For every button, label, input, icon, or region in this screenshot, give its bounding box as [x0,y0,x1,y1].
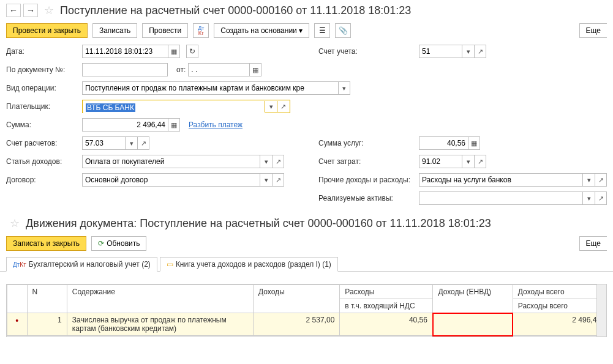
cell-income: 2 537,00 [254,313,340,336]
payer-input[interactable]: ВТБ СБ БАНК [86,103,135,112]
from-date-input[interactable] [188,63,249,76]
split-payment-link[interactable]: Разбить платеж [189,121,243,129]
col-n: N [27,285,67,313]
assets-open-icon[interactable]: ↗ [595,191,607,205]
from-label: от: [176,65,186,74]
col-income-total: Доходы всего [513,285,606,299]
row-svc-sum: Сумма услуг: ▦ [318,136,607,150]
settle-acct-input[interactable] [82,136,125,150]
table-header-row: N Содержание Доходы Расходы Доходы (ЕНВД… [7,285,606,299]
income-item-input[interactable] [82,155,260,168]
movements-tabs: ДтКтБухгалтерский и налоговый учет (2) ▭… [0,257,613,272]
row-contract: Договор: ▾ ↗ [6,173,306,187]
from-calendar-icon[interactable]: ▦ [249,63,261,76]
other-income-label: Прочие доходы и расходы: [318,176,416,184]
row-other-income: Прочие доходы и расходы: ▾ ↗ [318,173,607,187]
favorite-star-icon-2[interactable]: ☆ [10,217,20,230]
more-button[interactable]: Еще [579,23,607,38]
optype-input[interactable] [82,81,338,95]
settle-acct-dropdown-icon[interactable]: ▾ [125,136,137,150]
settle-acct-label: Счет расчетов: [6,139,80,147]
movements-more-button[interactable]: Еще [579,236,607,251]
tab-book[interactable]: ▭Книга учета доходов и расходов (раздел … [160,257,338,272]
row-payer: Плательщик: ВТБ СБ БАНК ▾ ↗ [6,99,607,114]
col-income: Доходы [254,285,340,313]
tree-icon-button[interactable]: ☰ [314,23,330,38]
toolbar: Провести и закрыть Записать Провести ДтК… [0,21,613,44]
post-and-close-button[interactable]: Провести и закрыть [6,23,88,38]
date-input[interactable] [82,45,168,58]
create-on-basis-button[interactable]: Создать на основании ▾ [214,23,309,38]
optype-label: Вид операции: [6,84,80,92]
account-dropdown-icon[interactable]: ▾ [462,45,474,58]
svc-sum-input[interactable] [419,136,468,150]
svc-sum-calc-icon[interactable]: ▦ [468,136,480,150]
movements-title: Движения документа: Поступление на расче… [26,217,491,230]
cost-acct-open-icon[interactable]: ↗ [474,155,486,168]
save-button[interactable]: Записать [92,23,137,38]
other-income-open-icon[interactable]: ↗ [595,173,607,187]
settle-acct-open-icon[interactable]: ↗ [137,136,149,150]
other-income-input[interactable] [419,173,582,187]
account-label: Счет учета: [318,47,416,56]
contract-open-icon[interactable]: ↗ [272,173,284,187]
payer-dropdown-icon[interactable]: ▾ [265,101,277,112]
account-open-icon[interactable]: ↗ [474,45,486,58]
row-account: Счет учета: ▾ ↗ [318,44,607,59]
income-item-label: Статья доходов: [6,157,80,166]
payer-label: Плательщик: [6,102,80,111]
row-optype: Вид операции: ▾ [6,81,607,95]
other-income-dropdown-icon[interactable]: ▾ [582,173,595,187]
row-assets: Реализуемые активы: ▾ ↗ [318,191,607,206]
bullet-icon: • [15,316,18,325]
calendar-icon[interactable]: ▦ [168,45,180,58]
assets-input[interactable] [419,191,582,205]
date-input-group: ▦ [82,45,180,58]
col-expense: Расходы [340,285,433,299]
page-title: Поступление на расчетный счет 0000-00016… [60,4,411,17]
post-button[interactable]: Провести [142,23,188,38]
contract-input[interactable] [82,173,260,187]
cost-acct-dropdown-icon[interactable]: ▾ [462,155,474,168]
income-item-open-icon[interactable]: ↗ [272,155,284,168]
col-vat: в т.ч. входящий НДС [340,299,433,313]
income-item-dropdown-icon[interactable]: ▾ [260,155,272,168]
save-and-close-button[interactable]: Записать и закрыть [6,236,86,251]
col-income-envd: Доходы (ЕНВД) [433,285,513,313]
tab-accounting[interactable]: ДтКтБухгалтерский и налоговый учет (2) [6,257,157,272]
assets-label: Реализуемые активы: [318,194,416,202]
favorite-star-icon[interactable]: ☆ [44,4,54,17]
payer-open-icon[interactable]: ↗ [277,101,289,112]
col-expense-total: Расходы всего [513,299,606,313]
cell-income-envd [433,313,513,336]
refresh-button[interactable]: ⟳Обновить [91,236,146,251]
movements-header-row: ☆ Движения документа: Поступление на рас… [0,213,613,234]
row-docnum: По документу №: от: ▦ [6,62,607,77]
optype-dropdown-icon[interactable]: ▾ [338,81,350,95]
row-income-item: Статья доходов: ▾ ↗ [6,154,306,169]
cell-income-total: 2 496,44 [513,313,606,336]
sum-input[interactable] [82,118,168,132]
contract-dropdown-icon[interactable]: ▾ [260,173,272,187]
forward-button[interactable]: → [23,4,38,17]
sum-label: Сумма: [6,121,80,129]
col-descr: Содержание [67,285,253,313]
row-settle-acct: Счет расчетов: ▾ ↗ [6,136,306,150]
cost-acct-input[interactable] [419,155,462,168]
header-row: ← → ☆ Поступление на расчетный счет 0000… [0,0,613,21]
account-input[interactable] [419,45,462,58]
dtkt-button[interactable]: ДтКт [193,23,209,38]
docnum-label: По документу №: [6,65,80,74]
vertical-scrollbar[interactable] [596,284,606,336]
date-label: Дата: [6,47,80,56]
sum-calc-icon[interactable]: ▦ [168,118,180,132]
table-row[interactable]: • 1 Зачислена выручка от продаж по плате… [7,313,606,336]
movements-table-wrap: N Содержание Доходы Расходы Доходы (ЕНВД… [6,284,607,337]
attach-icon-button[interactable]: 📎 [335,23,351,38]
back-button[interactable]: ← [6,4,21,17]
row-sum: Сумма: ▦ Разбить платеж [6,117,607,132]
assets-dropdown-icon[interactable]: ▾ [582,191,595,205]
docnum-input[interactable] [82,63,168,76]
cell-expense: 40,56 [340,313,433,336]
refresh-date-icon[interactable]: ↻ [186,45,198,58]
